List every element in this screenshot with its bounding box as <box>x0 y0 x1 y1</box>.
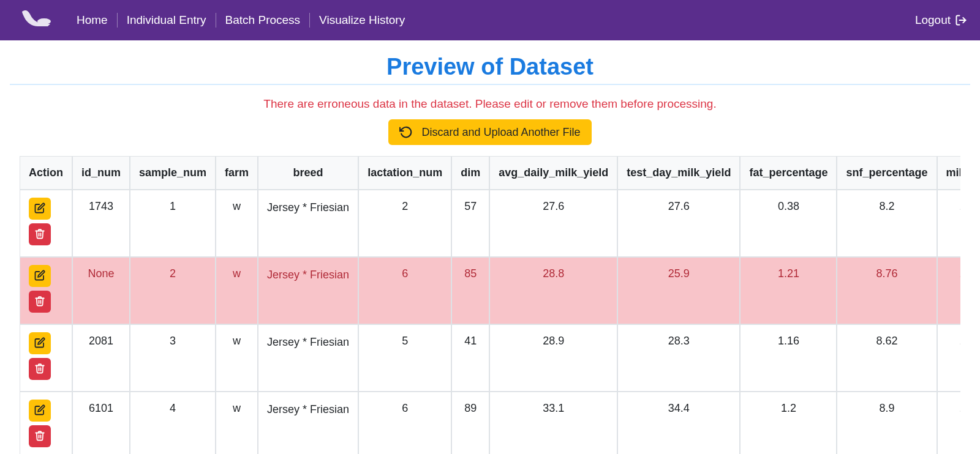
cell-fat-percentage: 1.16 <box>740 324 837 392</box>
table-row: 17431wJersey * Friesian25727.627.60.388.… <box>20 190 960 257</box>
cell-avg-daily-milk-yield: 28.8 <box>489 257 617 324</box>
error-message: There are erroneous data in the dataset.… <box>10 97 970 111</box>
delete-row-button[interactable] <box>29 223 51 245</box>
cell-fat-percentage: 0.38 <box>740 190 837 257</box>
cell-id-num: 2081 <box>72 324 130 392</box>
cell-sample-num: 3 <box>130 324 216 392</box>
svg-point-0 <box>37 18 51 24</box>
col-avg-daily-milk-yield: avg_daily_milk_yield <box>489 156 617 190</box>
trash-icon <box>34 228 45 241</box>
edit-icon <box>34 270 45 283</box>
cell-avg-daily-milk-yield: 28.9 <box>489 324 617 392</box>
trash-icon <box>34 363 45 376</box>
col-milk-density: milk_density <box>937 156 960 190</box>
cell-action <box>20 190 72 257</box>
col-fat-percentage: fat_percentage <box>740 156 837 190</box>
col-farm: farm <box>216 156 258 190</box>
cell-breed: Jersey * Friesian <box>258 392 358 454</box>
cell-snf-percentage: 8.76 <box>837 257 937 324</box>
cell-dim: 89 <box>451 392 489 454</box>
cell-snf-percentage: 8.9 <box>837 392 937 454</box>
cell-action <box>20 324 72 392</box>
col-lactation-num: lactation_num <box>358 156 451 190</box>
nav-batch-process[interactable]: Batch Process <box>216 12 310 28</box>
cell-lactation-num: 6 <box>358 392 451 454</box>
cell-farm: w <box>216 257 258 324</box>
nav-home[interactable]: Home <box>67 12 117 28</box>
cell-avg-daily-milk-yield: 27.6 <box>489 190 617 257</box>
table-row: 61014wJersey * Friesian68933.134.41.28.9… <box>20 392 960 454</box>
cell-snf-percentage: 8.2 <box>837 190 937 257</box>
title-divider <box>10 84 970 85</box>
cell-test-day-milk-yield: 28.3 <box>617 324 740 392</box>
cell-breed: Jersey * Friesian <box>258 257 358 324</box>
nav-links: Home Individual Entry Batch Process Visu… <box>67 12 414 28</box>
trash-icon <box>34 430 45 443</box>
cell-test-day-milk-yield: 25.9 <box>617 257 740 324</box>
delete-row-button[interactable] <box>29 425 51 447</box>
cell-lactation-num: 5 <box>358 324 451 392</box>
undo-icon <box>399 125 413 139</box>
nav-visualize-history[interactable]: Visualize History <box>310 12 414 28</box>
col-action: Action <box>20 156 72 190</box>
cell-fat-percentage: 1.21 <box>740 257 837 324</box>
cell-sample-num: 2 <box>130 257 216 324</box>
cell-dim: 41 <box>451 324 489 392</box>
discard-upload-button[interactable]: Discard and Upload Another File <box>388 119 591 145</box>
edit-icon <box>34 404 45 417</box>
cell-test-day-milk-yield: 34.4 <box>617 392 740 454</box>
cell-avg-daily-milk-yield: 33.1 <box>489 392 617 454</box>
cell-milk-density: 1032.02 <box>937 392 960 454</box>
table-row: 20813wJersey * Friesian54128.928.31.168.… <box>20 324 960 392</box>
page-title: Preview of Dataset <box>10 54 970 80</box>
cell-test-day-milk-yield: 27.6 <box>617 190 740 257</box>
edit-icon <box>34 337 45 350</box>
cell-action <box>20 257 72 324</box>
cell-action <box>20 392 72 454</box>
dataset-table: Action id_num sample_num farm breed lact… <box>20 156 960 454</box>
edit-row-button[interactable] <box>29 198 51 220</box>
table-row: None2wJersey * Friesian68528.825.91.218.… <box>20 257 960 324</box>
col-breed: breed <box>258 156 358 190</box>
delete-row-button[interactable] <box>29 291 51 313</box>
cell-milk-density: 1030.96 <box>937 324 960 392</box>
cell-farm: w <box>216 190 258 257</box>
col-dim: dim <box>451 156 489 190</box>
cell-fat-percentage: 1.2 <box>740 392 837 454</box>
logout-icon <box>954 14 968 26</box>
cell-dim: 85 <box>451 257 489 324</box>
cell-lactation-num: 6 <box>358 257 451 324</box>
col-sample-num: sample_num <box>130 156 216 190</box>
col-id-num: id_num <box>72 156 130 190</box>
cell-milk-density: 1031.45 <box>937 257 960 324</box>
table-header-row: Action id_num sample_num farm breed lact… <box>20 156 960 190</box>
cell-id-num: None <box>72 257 130 324</box>
edit-icon <box>34 203 45 215</box>
col-snf-percentage: snf_percentage <box>837 156 937 190</box>
cell-dim: 57 <box>451 190 489 257</box>
app-logo <box>18 7 55 34</box>
col-test-day-milk-yield: test_day_milk_yield <box>617 156 740 190</box>
edit-row-button[interactable] <box>29 265 51 287</box>
cell-sample-num: 1 <box>130 190 216 257</box>
cell-breed: Jersey * Friesian <box>258 190 358 257</box>
cell-milk-density: 1030.04 <box>937 190 960 257</box>
table-scroll-container[interactable]: Action id_num sample_num farm breed lact… <box>20 156 960 454</box>
cell-id-num: 1743 <box>72 190 130 257</box>
delete-row-button[interactable] <box>29 358 51 380</box>
logout-link[interactable]: Logout <box>915 13 968 27</box>
trash-icon <box>34 296 45 308</box>
cell-id-num: 6101 <box>72 392 130 454</box>
edit-row-button[interactable] <box>29 332 51 354</box>
cell-lactation-num: 2 <box>358 190 451 257</box>
logout-label: Logout <box>915 13 951 27</box>
discard-upload-label: Discard and Upload Another File <box>421 126 580 139</box>
cell-farm: w <box>216 324 258 392</box>
nav-individual-entry[interactable]: Individual Entry <box>118 12 216 28</box>
cell-farm: w <box>216 392 258 454</box>
navbar: Home Individual Entry Batch Process Visu… <box>0 0 980 40</box>
cell-breed: Jersey * Friesian <box>258 324 358 392</box>
cell-snf-percentage: 8.62 <box>837 324 937 392</box>
cell-sample-num: 4 <box>130 392 216 454</box>
edit-row-button[interactable] <box>29 400 51 422</box>
